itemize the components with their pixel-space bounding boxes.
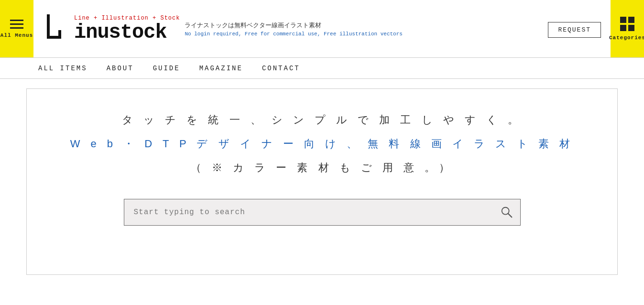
search-input[interactable] [124, 199, 521, 226]
logo-subtitle-area: ライナストックは無料ベクター線画イラスト素材 No login required… [185, 21, 402, 37]
logo-icon [43, 12, 69, 45]
hero-area: タ ッ チ を 統 一 、 シ ン プ ル で 加 工 し や す く 。 W … [26, 88, 618, 275]
nav-item-contact[interactable]: CONTACT [262, 65, 300, 72]
search-icon [500, 206, 513, 219]
logo-english-subtitle: No login required, Free for commercial u… [185, 31, 402, 37]
top-bar: All Menus Line + Illustration + Stock in… [0, 0, 644, 57]
hero-text-3: （ ※ カ ラ ー 素 材 も ご 用 意 。） [191, 161, 453, 175]
nav-item-all-items[interactable]: ALL ITEMS [38, 65, 87, 72]
svg-rect-2 [58, 30, 61, 39]
hero-text-2: W e b ・ D T P デ ザ イ ナ ー 向 け 、 無 料 線 画 イ … [70, 137, 574, 151]
request-button[interactable]: REQUEST [548, 22, 601, 38]
logo-text-area: Line + Illustration + Stock inustock [74, 15, 180, 43]
logo-name: inustock [74, 22, 180, 43]
nav-bar: ALL ITEMS ABOUT GUIDE MAGAZINE CONTACT [0, 57, 644, 79]
categories-label: Categories [609, 35, 644, 41]
nav-item-guide[interactable]: GUIDE [153, 65, 180, 72]
logo-area: Line + Illustration + Stock inustock ライナ… [33, 5, 538, 53]
request-btn-area: REQUEST [538, 15, 611, 43]
logo-japanese: ライナストックは無料ベクター線画イラスト素材 [185, 21, 402, 30]
all-menus-label: All Menus [0, 33, 33, 38]
categories-button[interactable]: Categories [611, 0, 644, 57]
svg-rect-0 [47, 14, 50, 38]
search-container [124, 199, 521, 226]
svg-line-4 [508, 214, 511, 217]
hero-text-1: タ ッ チ を 統 一 、 シ ン プ ル で 加 工 し や す く 。 [122, 113, 522, 127]
nav-item-about[interactable]: ABOUT [107, 65, 134, 72]
search-button[interactable] [500, 206, 513, 219]
logo-tagline: Line + Illustration + Stock [74, 15, 180, 22]
grid-icon [620, 17, 634, 31]
nav-item-magazine[interactable]: MAGAZINE [199, 65, 243, 72]
all-menus-button[interactable]: All Menus [0, 0, 33, 57]
hamburger-icon [10, 20, 23, 29]
